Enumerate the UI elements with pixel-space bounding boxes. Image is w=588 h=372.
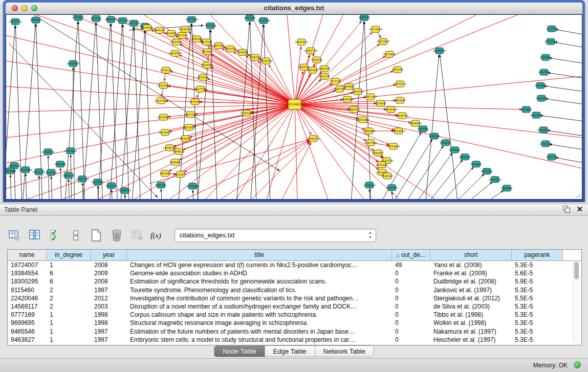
graph-node[interactable]: 11156862	[19, 167, 32, 173]
graph-node[interactable]: 3915410	[6, 168, 16, 174]
graph-node[interactable]: 1822034	[260, 58, 272, 64]
delete-column-button[interactable]	[110, 228, 124, 243]
table-vertical-scrollbar[interactable]	[573, 261, 580, 343]
graph-node[interactable]: 12942737	[32, 169, 45, 175]
graph-node[interactable]: 9227342	[538, 69, 550, 75]
new-column-button[interactable]	[89, 228, 103, 243]
graph-node[interactable]: 1145194	[46, 169, 57, 176]
graph-node[interactable]: 10654985	[157, 114, 170, 120]
tab-edge-table[interactable]: Edge Table	[265, 346, 315, 357]
graph-node[interactable]: 9245652	[501, 185, 512, 191]
graph-node[interactable]: 9427552	[194, 86, 206, 92]
graph-node[interactable]: 7485063	[392, 67, 403, 73]
graph-node[interactable]: 9684067	[373, 150, 384, 156]
graph-node[interactable]: 12213981	[157, 82, 170, 89]
table-row[interactable]: 1938455462009Genome-wide association stu…	[8, 269, 581, 277]
graph-node[interactable]: 15751074	[544, 38, 557, 45]
graph-node[interactable]: 15166857	[159, 129, 171, 136]
graph-node[interactable]: 12905135	[62, 172, 75, 179]
graph-node[interactable]: 10025458	[384, 106, 397, 113]
column-header-in_degree[interactable]: in_degree	[47, 250, 91, 260]
graph-node[interactable]: 10807487	[364, 94, 377, 100]
memory-status-indicator[interactable]	[574, 361, 581, 368]
table-row[interactable]: 969969511998Structural magnetic resonanc…	[8, 319, 581, 327]
graph-node[interactable]: 8213953	[520, 106, 532, 113]
close-panel-icon[interactable]: ✕	[576, 206, 583, 213]
network-canvas[interactable]: 1405571437691401065328715276026960160107…	[6, 14, 582, 200]
graph-node[interactable]: 9474444	[449, 147, 460, 153]
graph-node[interactable]: 2803144	[197, 74, 208, 80]
graph-node[interactable]: 16154808	[369, 26, 382, 32]
graph-node[interactable]: 1824554	[352, 89, 363, 95]
graph-node[interactable]: 14055714	[9, 18, 21, 25]
graph-node[interactable]: 6990443	[307, 67, 318, 73]
graph-node[interactable]: 16107554	[155, 98, 167, 104]
graph-node[interactable]: 7955812	[311, 57, 322, 63]
row-height-button[interactable]	[69, 228, 83, 243]
table-row[interactable]: 2242004622012Investigating the contribut…	[8, 294, 581, 302]
graph-node[interactable]: 8878334	[180, 136, 191, 142]
table-row[interactable]: 1830029562008Estimation of significance …	[8, 277, 581, 286]
graph-node[interactable]: 9329961	[540, 54, 551, 60]
graph-node[interactable]: 9463627	[395, 97, 406, 103]
show-column-button[interactable]	[28, 228, 42, 243]
graph-node[interactable]: 8938923	[428, 133, 440, 139]
graph-node[interactable]: 9827508	[201, 39, 212, 45]
graph-node[interactable]: 8660124	[154, 27, 165, 33]
graph-node[interactable]: 6216043	[375, 100, 386, 106]
function-builder-button[interactable]: f(x)	[150, 231, 161, 240]
graph-node[interactable]: 7857224	[205, 23, 216, 29]
graph-node[interactable]: 8471876	[481, 168, 492, 174]
graph-node[interactable]: 10973493	[383, 51, 396, 57]
graph-node[interactable]: 14353554	[183, 124, 195, 130]
graph-node[interactable]: 18226058	[179, 26, 191, 32]
graph-node[interactable]: 3769140	[30, 17, 41, 23]
graph-node[interactable]: 2087682	[359, 15, 370, 20]
resize-grip-icon[interactable]	[575, 192, 581, 198]
float-panel-icon[interactable]	[563, 206, 570, 213]
column-header-year[interactable]: year	[91, 250, 127, 260]
table-row[interactable]: 946554611997Estimation of the future num…	[8, 327, 581, 336]
table-row[interactable]: 1456911722003Disruption of a novel membe…	[8, 302, 581, 311]
scrollbar-thumb[interactable]	[574, 262, 579, 279]
column-header-name[interactable]: name	[8, 250, 47, 260]
graph-node[interactable]: 9097588	[55, 161, 66, 167]
graph-node[interactable]: 10654112	[489, 177, 502, 183]
graph-node[interactable]: 16210643	[530, 112, 542, 118]
column-header-short[interactable]: short	[430, 250, 512, 260]
graph-node[interactable]: 12975115	[394, 81, 406, 87]
graph-node[interactable]: 16033809	[185, 16, 198, 23]
graph-node[interactable]: 7588520	[249, 54, 260, 60]
graph-node[interactable]: 9777169	[330, 78, 341, 84]
graph-node[interactable]: 6960160	[105, 16, 117, 23]
graph-node[interactable]: 3857791	[155, 182, 166, 188]
graph-node[interactable]: 9242843	[201, 62, 212, 68]
graph-node[interactable]: 20364436	[341, 96, 354, 102]
graph-node[interactable]: 16961758	[304, 48, 317, 54]
graph-node[interactable]: 1170063	[189, 99, 201, 105]
table-mode-button[interactable]	[7, 228, 21, 243]
graph-node[interactable]: 19218596	[257, 17, 270, 24]
graph-node[interactable]: 1615132	[376, 162, 387, 168]
graph-node[interactable]: 16648784	[433, 48, 446, 54]
graph-node[interactable]: 18914479	[174, 171, 187, 178]
select-columns-button[interactable]	[48, 228, 62, 243]
graph-node[interactable]: 18640910	[295, 39, 308, 45]
table-row[interactable]: 977716911998Corpus callosum shape and si…	[8, 311, 581, 319]
graph-node[interactable]: 1621072	[319, 73, 330, 79]
graph-node[interactable]: 1167533	[546, 154, 557, 160]
table-row[interactable]: 946362711997Embryonic stem cells: a mode…	[8, 336, 581, 344]
graph-node[interactable]: 18720407	[356, 117, 369, 123]
graph-node[interactable]: 1527602	[91, 15, 102, 21]
graph-node[interactable]: 19756928	[387, 143, 400, 149]
graph-node[interactable]: 20053346	[67, 60, 79, 67]
graph-node[interactable]: 7932621	[470, 161, 482, 167]
table-selector-combobox[interactable]: citations_edges.txt ▲▼	[175, 229, 376, 242]
graph-node[interactable]: 18724007	[287, 99, 303, 110]
tab-node-table[interactable]: Node Table	[214, 346, 265, 357]
tab-network-table[interactable]: Network Table	[315, 346, 374, 357]
graph-node[interactable]: 6379197	[440, 140, 451, 146]
graph-node[interactable]: 7462660	[343, 83, 355, 90]
graph-node[interactable]: 1209388	[535, 82, 546, 89]
graph-node[interactable]: 2935114	[459, 154, 470, 160]
